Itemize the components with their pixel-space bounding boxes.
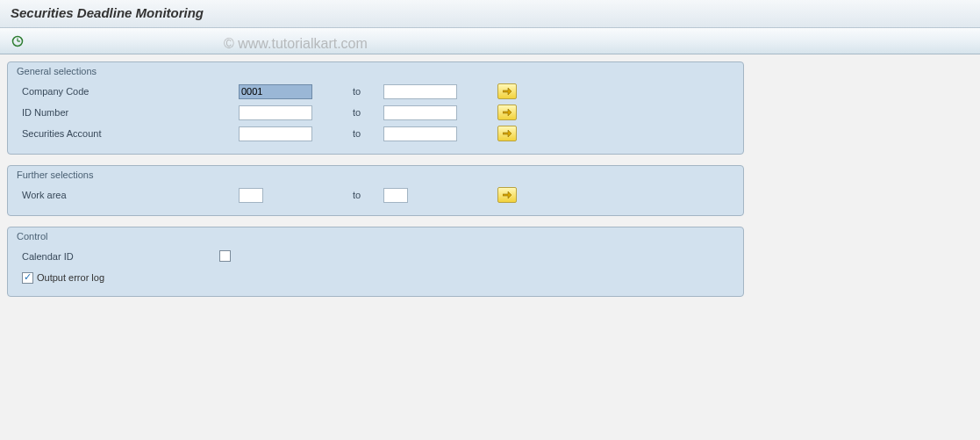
panel-further-selections: Further selections Work area to: [7, 165, 744, 216]
id-number-to-input[interactable]: [383, 105, 457, 120]
arrow-right-icon: [503, 191, 511, 198]
row-work-area: Work area to: [15, 185, 736, 205]
securities-account-from-input[interactable]: [239, 126, 312, 141]
securities-account-label: Securities Account: [15, 128, 239, 139]
calendar-id-checkbox[interactable]: [219, 250, 231, 262]
output-error-log-checkbox[interactable]: [22, 272, 33, 284]
to-label: to: [353, 128, 383, 139]
id-number-multiselect-button[interactable]: [497, 105, 517, 120]
company-code-label: Company Code: [15, 86, 239, 97]
work-area-label: Work area: [15, 190, 239, 200]
row-securities-account: Securities Account to: [15, 124, 736, 143]
panel-title-further: Further selections: [15, 166, 736, 185]
to-label: to: [353, 107, 383, 118]
to-label: to: [353, 190, 383, 200]
company-code-to-input[interactable]: [383, 84, 457, 99]
panel-general-selections: General selections Company Code to ID Nu…: [7, 61, 744, 155]
arrow-right-icon: [503, 88, 511, 95]
panel-control: Control Calendar ID Output error log: [7, 227, 744, 297]
work-area-to-input[interactable]: [383, 188, 408, 203]
work-area-multiselect-button[interactable]: [497, 187, 517, 203]
panel-title-general: General selections: [15, 62, 736, 82]
content-area: General selections Company Code to ID Nu…: [0, 54, 980, 314]
id-number-from-input[interactable]: [239, 105, 312, 120]
arrow-right-icon: [503, 109, 511, 116]
row-company-code: Company Code to: [15, 82, 736, 101]
title-bar: Securities Deadline Monitoring: [0, 0, 980, 28]
toolbar: [0, 28, 980, 54]
work-area-from-input[interactable]: [239, 188, 263, 203]
arrow-right-icon: [503, 130, 511, 137]
page-title: Securities Deadline Monitoring: [11, 5, 204, 20]
row-id-number: ID Number to: [15, 103, 736, 122]
row-output-error-log: Output error log: [15, 268, 736, 287]
securities-account-multiselect-button[interactable]: [497, 126, 517, 141]
checkbox-icon: [220, 251, 230, 261]
id-number-label: ID Number: [15, 107, 239, 118]
output-error-log-label: Output error log: [37, 272, 104, 283]
calendar-id-label: Calendar ID: [15, 251, 212, 262]
execute-button[interactable]: [9, 33, 26, 49]
clock-execute-icon: [11, 35, 24, 47]
securities-account-to-input[interactable]: [383, 126, 457, 141]
to-label: to: [353, 86, 383, 97]
panel-title-control: Control: [15, 227, 736, 247]
row-calendar-id: Calendar ID: [15, 247, 736, 266]
company-code-multiselect-button[interactable]: [497, 83, 517, 99]
company-code-from-input[interactable]: [239, 84, 312, 99]
